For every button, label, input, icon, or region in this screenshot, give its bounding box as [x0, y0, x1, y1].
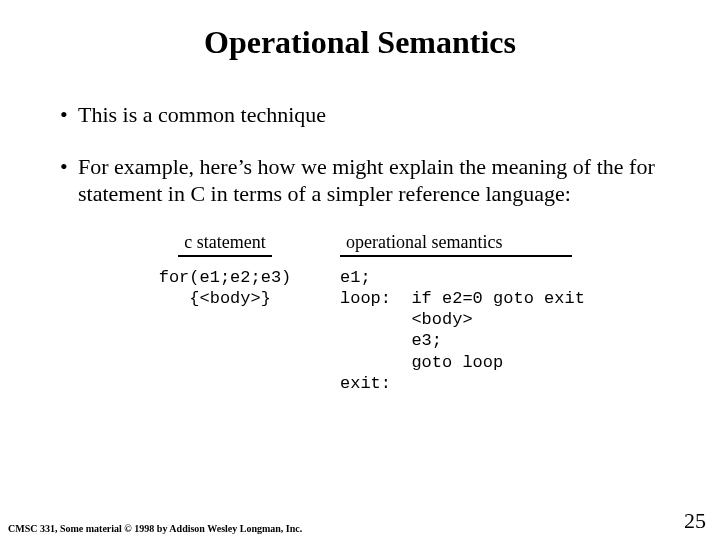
bullet-text: This is a common technique [78, 101, 660, 129]
bullet-dot-icon: • [60, 101, 78, 129]
bullet-list: • This is a common technique • For examp… [60, 101, 660, 208]
column-c-statement: c statement for(e1;e2;e3) {<body>} [110, 232, 340, 310]
slide: Operational Semantics • This is a common… [0, 0, 720, 540]
bullet-item: • This is a common technique [60, 101, 660, 129]
footer-text: CMSC 331, Some material © 1998 by Addiso… [8, 523, 302, 534]
bullet-dot-icon: • [60, 153, 78, 181]
page-number: 25 [684, 508, 706, 534]
code-operational-semantics: e1; loop: if e2=0 goto exit <body> e3; g… [340, 267, 660, 395]
bullet-item: • For example, here’s how we might expla… [60, 153, 660, 208]
bullet-text: For example, here’s how we might explain… [78, 153, 660, 208]
slide-title: Operational Semantics [0, 0, 720, 61]
column-header-left: c statement [178, 232, 271, 257]
comparison-columns: c statement for(e1;e2;e3) {<body>} opera… [110, 232, 720, 395]
column-header-right: operational semantics [340, 232, 572, 257]
column-operational-semantics: operational semantics e1; loop: if e2=0 … [340, 232, 660, 395]
code-c-statement: for(e1;e2;e3) {<body>} [110, 267, 340, 310]
